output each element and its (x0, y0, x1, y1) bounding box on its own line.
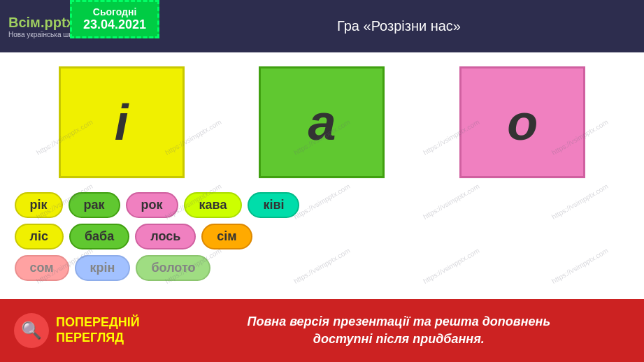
word-row-2: ліс баба лось сім (8, 224, 637, 249)
word-tag-lis[interactable]: ліс (15, 224, 64, 249)
word-rows: рік рак рок кава ківі ліс баба лось сім … (8, 192, 637, 281)
word-tag-los[interactable]: лось (135, 224, 196, 249)
preview-message-line1: Повна версія презентації та решта доповн… (154, 313, 644, 331)
preview-label-line2: ПЕРЕГЛЯД (56, 331, 140, 346)
word-row-3: сом крін болото (8, 255, 637, 281)
preview-message-line2: доступні після придбання. (154, 331, 644, 348)
word-tag-rik[interactable]: рік (15, 192, 63, 218)
word-tag-rok[interactable]: рок (126, 192, 178, 218)
date-value: 23.04.2021 (83, 17, 146, 32)
date-block: Сьогодні 23.04.2021 (70, 0, 159, 38)
preview-button-inner: 🔍 ПОПЕРЕДНІЙ ПЕРЕГЛЯД (14, 313, 140, 348)
letter-box-a[interactable]: а (259, 66, 385, 178)
header: Всім.pptx Нова українська школа Сьогодні… (0, 0, 644, 52)
letter-box-i[interactable]: і (59, 66, 185, 178)
preview-button[interactable]: 🔍 ПОПЕРЕДНІЙ ПЕРЕГЛЯД (0, 307, 154, 354)
letter-box-o[interactable]: о (459, 66, 585, 178)
word-tag-rak[interactable]: рак (69, 192, 120, 218)
word-tag-kivi[interactable]: ківі (248, 192, 299, 218)
preview-label: ПОПЕРЕДНІЙ ПЕРЕГЛЯД (56, 315, 140, 345)
preview-message: Повна версія презентації та решта доповн… (154, 313, 644, 348)
preview-label-line1: ПОПЕРЕДНІЙ (56, 315, 140, 331)
word-tag-kava[interactable]: кава (184, 192, 243, 218)
word-tag-boloto[interactable]: болото (136, 255, 210, 281)
word-tag-baba[interactable]: баба (69, 224, 129, 249)
date-label: Сьогодні (83, 6, 146, 17)
word-tag-krin[interactable]: крін (75, 255, 131, 281)
search-icon: 🔍 (14, 313, 49, 348)
logo-text: Всім.pptx (8, 15, 74, 31)
main-area: Всім.pptx Нова українська школа Сьогодні… (0, 0, 644, 362)
header-title: Гра «Розрізни нас» (112, 18, 644, 34)
word-tag-som[interactable]: сом (15, 255, 69, 281)
letter-boxes-row: і а о (22, 66, 623, 178)
word-tag-sim[interactable]: сім (201, 224, 252, 249)
word-row-1: рік рак рок кава ківі (8, 192, 637, 218)
preview-bar: 🔍 ПОПЕРЕДНІЙ ПЕРЕГЛЯД Повна версія презе… (0, 299, 644, 362)
